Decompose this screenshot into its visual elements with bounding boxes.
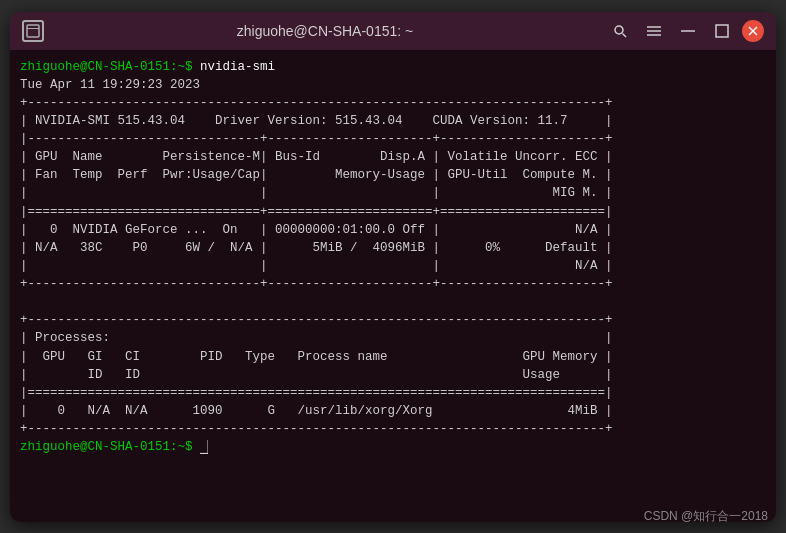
- close-button[interactable]: [742, 20, 764, 42]
- menu-button[interactable]: [640, 20, 668, 42]
- svg-rect-0: [27, 25, 39, 37]
- cursor: █: [193, 440, 208, 454]
- terminal-output: Tue Apr 11 19:29:23 2023 +--------------…: [20, 76, 766, 439]
- minimize-button[interactable]: [674, 20, 702, 42]
- terminal-body[interactable]: zhiguohe@CN-SHA-0151:~$ nvidia-smi Tue A…: [10, 50, 776, 522]
- command-1: nvidia-smi: [193, 60, 276, 74]
- terminal-window: zhiguohe@CN-SHA-0151: ~: [10, 12, 776, 522]
- titlebar-left: [22, 20, 44, 42]
- svg-line-3: [622, 33, 626, 37]
- maximize-button[interactable]: [708, 20, 736, 42]
- prompt-1: zhiguohe@CN-SHA-0151:~$: [20, 60, 193, 74]
- watermark: CSDN @知行合一2018: [644, 508, 768, 525]
- search-button[interactable]: [606, 20, 634, 42]
- command-line-1: zhiguohe@CN-SHA-0151:~$ nvidia-smi: [20, 58, 766, 76]
- window-controls: [606, 20, 764, 42]
- titlebar: zhiguohe@CN-SHA-0151: ~: [10, 12, 776, 50]
- svg-point-2: [615, 26, 623, 34]
- window-title: zhiguohe@CN-SHA-0151: ~: [237, 23, 413, 39]
- window-icon: [22, 20, 44, 42]
- svg-rect-8: [716, 25, 728, 37]
- command-line-2: zhiguohe@CN-SHA-0151:~$ █: [20, 438, 766, 456]
- prompt-2: zhiguohe@CN-SHA-0151:~$: [20, 440, 193, 454]
